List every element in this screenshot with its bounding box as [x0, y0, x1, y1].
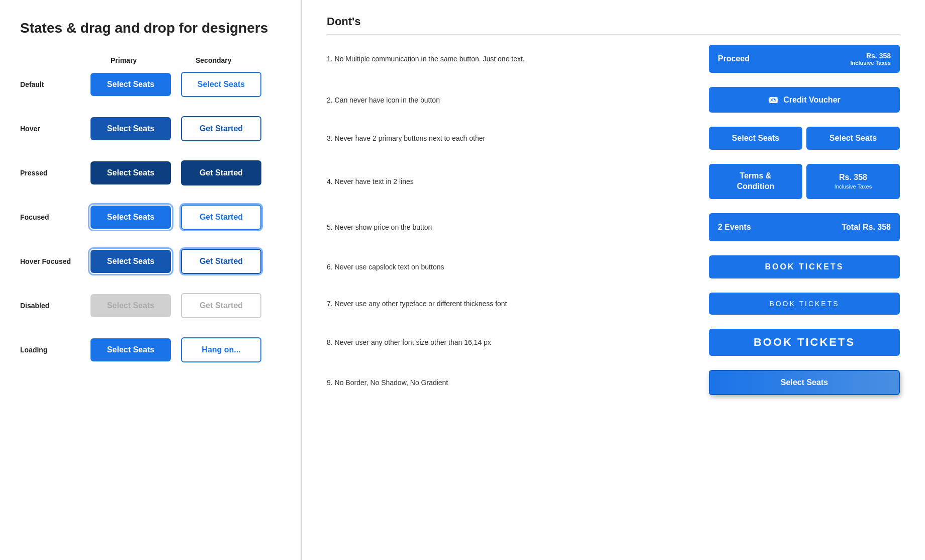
- state-label-pressed: Pressed: [20, 169, 90, 177]
- secondary-col-header: Secondary: [196, 56, 281, 64]
- dont-demo-9: Select Seats: [709, 370, 900, 395]
- dont-text-9: 9. No Border, No Shadow, No Gradient: [327, 379, 709, 387]
- credit-voucher-button[interactable]: 🎟 Credit Voucher: [709, 87, 900, 113]
- primary-disabled-cell: Select Seats: [90, 294, 181, 317]
- secondary-default-cell: Select Seats: [181, 72, 271, 97]
- dont-text-4: 4. Never have text in 2 lines: [327, 177, 709, 185]
- secondary-hover-cell: Get Started: [181, 116, 271, 141]
- dont-demo-3: Select Seats Select Seats: [709, 127, 900, 150]
- dont-row-5: 5. Never show price on the button 2 Even…: [327, 213, 900, 241]
- dont-row-8: 8. Never user any other font size other …: [327, 329, 900, 356]
- primary-disabled-button: Select Seats: [90, 294, 171, 317]
- events-label: 2 Events: [718, 223, 751, 232]
- secondary-pressed-cell: Get Started: [181, 160, 271, 185]
- credit-voucher-label: Credit Voucher: [783, 96, 841, 105]
- dont-row-7: 7. Never use any other typeface or diffe…: [327, 293, 900, 315]
- primary-pressed-cell: Select Seats: [90, 161, 181, 184]
- dont-demo-5: 2 Events Total Rs. 358: [709, 213, 900, 241]
- dont-row-4: 4. Never have text in 2 lines Terms &Con…: [327, 164, 900, 199]
- price-line2: Inclusive Taxes: [835, 183, 872, 190]
- state-label-hover: Hover: [20, 125, 90, 133]
- state-row-hover: Hover Select Seats Get Started: [20, 114, 281, 144]
- secondary-disabled-button: Get Started: [181, 293, 261, 318]
- secondary-loading-button[interactable]: Hang on...: [181, 337, 261, 362]
- secondary-hover-button[interactable]: Get Started: [181, 116, 261, 141]
- state-label-hover-focused: Hover Focused: [20, 257, 90, 265]
- primary-hover-focused-button[interactable]: Select Seats: [90, 250, 171, 273]
- proceed-sub: Inclusive Taxes: [850, 60, 891, 66]
- primary-default-button[interactable]: Select Seats: [90, 73, 171, 96]
- secondary-loading-cell: Hang on...: [181, 337, 271, 362]
- dont-text-1: 1. No Multiple communication in the same…: [327, 55, 709, 63]
- primary-col-header: Primary: [111, 56, 196, 64]
- select-seats-button-3b[interactable]: Select Seats: [806, 127, 900, 150]
- secondary-hover-focused-cell: Get Started: [181, 249, 271, 274]
- proceed-label: Proceed: [718, 54, 750, 63]
- proceed-price-info: Rs. 358 Inclusive Taxes: [850, 52, 891, 66]
- state-row-focused: Focused Select Seats Get Started: [20, 202, 281, 232]
- primary-focused-cell: Select Seats: [90, 206, 181, 229]
- primary-hover-focused-cell: Select Seats: [90, 250, 181, 273]
- states-table: Primary Secondary Default Select Seats S…: [20, 56, 281, 365]
- big-font-button[interactable]: BOOK TICKETS: [709, 329, 900, 356]
- dont-text-3: 3. Never have 2 primary buttons next to …: [327, 134, 709, 142]
- secondary-focused-cell: Get Started: [181, 205, 271, 230]
- primary-default-cell: Select Seats: [90, 73, 181, 96]
- credit-icon: 🎟: [768, 94, 778, 106]
- dont-text-6: 6. Never use capslock text on buttons: [327, 263, 709, 271]
- secondary-default-button[interactable]: Select Seats: [181, 72, 261, 97]
- secondary-hover-focused-button[interactable]: Get Started: [181, 249, 261, 274]
- state-row-pressed: Pressed Select Seats Get Started: [20, 158, 281, 188]
- state-label-disabled: Disabled: [20, 302, 90, 310]
- state-label-focused: Focused: [20, 213, 90, 221]
- dont-row-6: 6. Never use capslock text on buttons BO…: [327, 255, 900, 278]
- dont-text-5: 5. Never show price on the button: [327, 223, 709, 231]
- state-row-disabled: Disabled Select Seats Get Started: [20, 291, 281, 321]
- dont-row-9: 9. No Border, No Shadow, No Gradient Sel…: [327, 370, 900, 395]
- price-lines-button[interactable]: Rs. 358 Inclusive Taxes: [806, 164, 900, 199]
- total-price-label: Total Rs. 358: [842, 223, 891, 232]
- dont-demo-7: BOOK TICKETS: [709, 293, 900, 315]
- column-headers: Primary Secondary: [111, 56, 281, 64]
- primary-loading-cell: Select Seats: [90, 338, 181, 361]
- primary-hover-cell: Select Seats: [90, 117, 181, 140]
- select-seats-button-3a[interactable]: Select Seats: [709, 127, 802, 150]
- dont-row-1: 1. No Multiple communication in the same…: [327, 45, 900, 73]
- secondary-disabled-cell: Get Started: [181, 293, 271, 318]
- right-panel: Dont's 1. No Multiple communication in t…: [302, 0, 925, 560]
- primary-pressed-button[interactable]: Select Seats: [90, 161, 171, 184]
- price-button[interactable]: 2 Events Total Rs. 358: [709, 213, 900, 241]
- dont-demo-6: BOOK TICKETS: [709, 255, 900, 278]
- capslock-button[interactable]: BOOK TICKETS: [709, 255, 900, 278]
- secondary-pressed-button[interactable]: Get Started: [181, 160, 261, 185]
- state-row-hover-focused: Hover Focused Select Seats Get Started: [20, 246, 281, 276]
- dont-row-3: 3. Never have 2 primary buttons next to …: [327, 127, 900, 150]
- state-row-loading: Loading Select Seats Hang on...: [20, 335, 281, 365]
- dont-demo-8: BOOK TICKETS: [709, 329, 900, 356]
- dont-demo-4: Terms &Condition Rs. 358 Inclusive Taxes: [709, 164, 900, 199]
- secondary-focused-button[interactable]: Get Started: [181, 205, 261, 230]
- dont-text-7: 7. Never use any other typeface or diffe…: [327, 300, 709, 308]
- donts-title: Dont's: [327, 15, 900, 35]
- no-shadow-button[interactable]: Select Seats: [709, 370, 900, 395]
- primary-hover-button[interactable]: Select Seats: [90, 117, 171, 140]
- proceed-button[interactable]: Proceed Rs. 358 Inclusive Taxes: [709, 45, 900, 73]
- state-label-default: Default: [20, 80, 90, 88]
- proceed-price: Rs. 358: [866, 52, 891, 60]
- dont-demo-2: 🎟 Credit Voucher: [709, 87, 900, 113]
- dont-text-2: 2. Can never have icon in the button: [327, 96, 709, 104]
- left-panel: States & drag and drop for designers Pri…: [0, 0, 302, 560]
- state-row-default: Default Select Seats Select Seats: [20, 69, 281, 100]
- price-line1: Rs. 358: [839, 172, 867, 183]
- page-title: States & drag and drop for designers: [20, 20, 281, 36]
- state-label-loading: Loading: [20, 346, 90, 354]
- dont-text-8: 8. Never user any other font size other …: [327, 338, 709, 346]
- primary-focused-button[interactable]: Select Seats: [90, 206, 171, 229]
- terms-condition-button[interactable]: Terms &Condition: [709, 164, 802, 199]
- thin-font-button[interactable]: BOOK TICKETS: [709, 293, 900, 315]
- primary-loading-button[interactable]: Select Seats: [90, 338, 171, 361]
- dont-row-2: 2. Can never have icon in the button 🎟 C…: [327, 87, 900, 113]
- dont-demo-1: Proceed Rs. 358 Inclusive Taxes: [709, 45, 900, 73]
